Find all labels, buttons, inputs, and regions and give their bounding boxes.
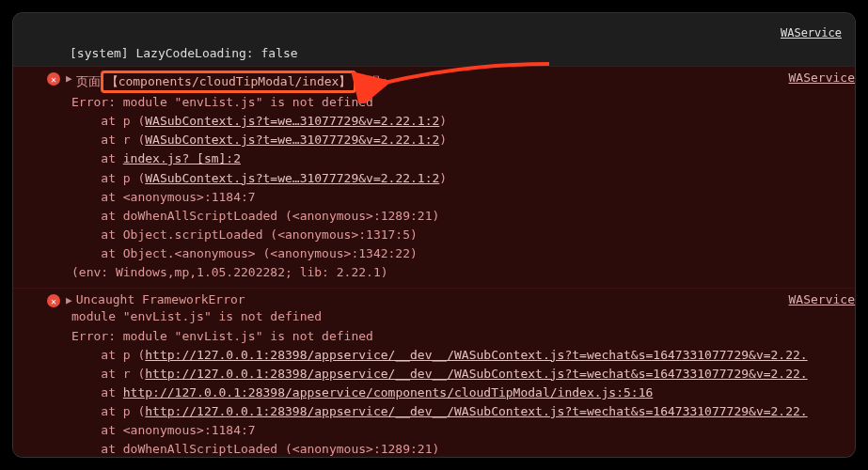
- console-top-strip: WAService: [13, 13, 855, 43]
- log-message-text: [system] LazyCodeLoading: false: [70, 46, 298, 60]
- stack-line: at doWhenAllScriptLoaded (<anonymous>:12…: [71, 207, 842, 226]
- stack-line: (env: Windows,mp,1.05.2202282; lib: 2.22…: [71, 263, 842, 282]
- stack-line: at r (WASubContext.js?t=we…31077729&v=2.…: [71, 131, 842, 149]
- stack-line: at p (http://127.0.0.1:28398/appservice/…: [71, 346, 842, 365]
- source-link[interactable]: WAService: [789, 70, 855, 85]
- console-error-group[interactable]: WAService ✕ ▶ 页面【components/cloudTipModa…: [13, 67, 855, 289]
- stack-link[interactable]: http://127.0.0.1:28398/appservice/__dev_…: [145, 367, 807, 381]
- stack-link[interactable]: index.js? [sm]:2: [123, 151, 241, 165]
- source-link[interactable]: WAService: [789, 292, 855, 306]
- error-head-prefix: 页面: [76, 74, 101, 88]
- stack-line: Error: module "envList.js" is not define…: [71, 93, 842, 112]
- console-error-group[interactable]: WAService ✕ ▶ Uncaught FrameworkError mo…: [13, 289, 855, 457]
- error-icon: ✕: [47, 72, 60, 86]
- stack-link[interactable]: WASubContext.js?t=we…31077729&v=2.22.1:2: [145, 114, 439, 128]
- stack-line: at p (http://127.0.0.1:28398/appservice/…: [71, 402, 842, 421]
- annotation-highlight-box: 【components/cloudTipModal/index】: [101, 70, 357, 93]
- stack-link[interactable]: WASubContext.js?t=we…31077729&v=2.22.1:2: [145, 171, 439, 185]
- source-link[interactable]: WAService: [781, 26, 842, 39]
- stack-line: at Object.<anonymous> (<anonymous>:1342:…: [71, 244, 842, 263]
- stack-line: at <anonymous>:1184:7: [71, 421, 842, 440]
- stack-line: at http://127.0.0.1:28398/appservice/com…: [71, 384, 842, 402]
- console-log-row[interactable]: [system] LazyCodeLoading: false: [13, 43, 855, 67]
- stack-line: at index.js? [sm]:2: [71, 149, 842, 168]
- stack-line: at doWhenAllScriptLoaded (<anonymous>:12…: [71, 440, 842, 457]
- error-head-suffix: 错误:: [356, 74, 388, 88]
- expand-caret-icon[interactable]: ▶: [66, 72, 72, 85]
- stack-line: at Object.scriptLoaded (<anonymous>:1317…: [71, 226, 842, 244]
- error-icon: ✕: [47, 294, 60, 307]
- stack-link[interactable]: WASubContext.js?t=we…31077729&v=2.22.1:2: [145, 133, 439, 147]
- stack-line: at <anonymous>:1184:7: [71, 188, 842, 207]
- stack-line: at p (WASubContext.js?t=we…31077729&v=2.…: [71, 169, 842, 188]
- stack-line: at p (WASubContext.js?t=we…31077729&v=2.…: [71, 112, 842, 131]
- stack-line: Error: module "envList.js" is not define…: [71, 327, 842, 346]
- stack-line: at r (http://127.0.0.1:28398/appservice/…: [71, 365, 842, 384]
- stack-line: module "envList.js" is not defined: [71, 307, 842, 326]
- expand-caret-icon[interactable]: ▶: [66, 294, 72, 306]
- error-stack: Error: module "envList.js" is not define…: [47, 93, 842, 282]
- error-headline: Uncaught FrameworkError: [76, 292, 842, 306]
- stack-link[interactable]: http://127.0.0.1:28398/appservice/__dev_…: [145, 404, 807, 418]
- stack-link[interactable]: http://127.0.0.1:28398/appservice/compon…: [123, 385, 654, 400]
- error-headline: 页面【components/cloudTipModal/index】错误:: [76, 70, 842, 93]
- error-stack: module "envList.js" is not defined Error…: [47, 307, 842, 457]
- stack-link[interactable]: http://127.0.0.1:28398/appservice/__dev_…: [145, 348, 807, 362]
- devtools-console-panel: WAService [system] LazyCodeLoading: fals…: [13, 13, 855, 457]
